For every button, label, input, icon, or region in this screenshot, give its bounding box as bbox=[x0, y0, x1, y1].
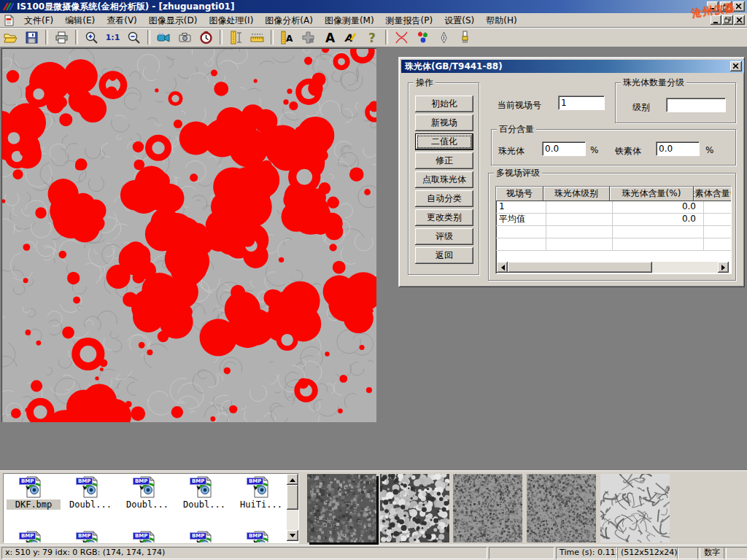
workspace: 珠光体(GB/T9441-88) 操作 初始化 新视场 二值化 修正 点取珠光体… bbox=[0, 47, 747, 470]
menu-help[interactable]: 帮助(H) bbox=[480, 13, 522, 28]
save-button[interactable] bbox=[22, 28, 42, 46]
help-button[interactable]: ? bbox=[362, 28, 382, 46]
change-class-button[interactable]: 更改类别 bbox=[415, 209, 473, 226]
scroll-thumb[interactable] bbox=[287, 485, 298, 510]
bmp-file-icon: BMP bbox=[136, 531, 159, 543]
dialog-title-bar[interactable]: 珠光体(GB/T9441-88) bbox=[401, 60, 744, 73]
mdi-close-button[interactable] bbox=[734, 15, 745, 25]
camera-capture-button[interactable] bbox=[175, 28, 195, 46]
rate-button[interactable]: 评级 bbox=[415, 228, 473, 245]
file-item[interactable]: BMP bbox=[7, 531, 61, 543]
pearlite-percent-input[interactable] bbox=[542, 141, 586, 156]
thumbnail-1[interactable] bbox=[307, 474, 376, 542]
thumbnail-5[interactable] bbox=[600, 474, 670, 542]
grade-input[interactable] bbox=[666, 98, 726, 112]
table-hscrollbar[interactable] bbox=[497, 262, 729, 273]
table-row[interactable] bbox=[496, 226, 731, 238]
curve-tool-button[interactable] bbox=[392, 28, 411, 46]
menu-file[interactable]: 文件(F) bbox=[18, 13, 59, 28]
dialog-close-button[interactable] bbox=[730, 61, 742, 71]
table-row[interactable] bbox=[496, 238, 731, 251]
pick-pearlite-button[interactable]: 点取珠光体 bbox=[415, 171, 473, 188]
file-item[interactable]: BMP bbox=[234, 531, 288, 543]
zoom-out-button[interactable] bbox=[124, 28, 144, 46]
close-button[interactable] bbox=[733, 1, 745, 12]
file-name: Doubl... bbox=[177, 499, 231, 510]
file-list-scrollbar[interactable] bbox=[287, 474, 298, 541]
correct-button[interactable]: 修正 bbox=[415, 152, 473, 169]
binarize-button[interactable]: 二值化 bbox=[415, 133, 473, 150]
file-item[interactable]: BMPDoubl... bbox=[63, 476, 117, 510]
restore-icon bbox=[723, 4, 729, 10]
restore-button[interactable] bbox=[720, 1, 732, 12]
thumbnail-3[interactable] bbox=[453, 474, 522, 542]
timer-button[interactable] bbox=[196, 28, 216, 46]
status-position: x: 510 y: 79 idx: 0 RGB: (174, 174, 174) bbox=[1, 547, 487, 559]
ruler-button[interactable] bbox=[247, 28, 267, 46]
file-item[interactable]: BMP bbox=[63, 531, 117, 543]
menu-settings[interactable]: 设置(S) bbox=[438, 13, 480, 28]
scroll-down-button[interactable] bbox=[287, 530, 298, 541]
init-button[interactable]: 初始化 bbox=[415, 96, 473, 112]
scroll-thumb[interactable] bbox=[508, 262, 652, 273]
menu-view[interactable]: 查看(V) bbox=[101, 13, 143, 28]
col-pearlite-grade: 珠光体级别 bbox=[543, 187, 610, 201]
thumbnail-2[interactable] bbox=[380, 474, 449, 542]
video-capture-button[interactable] bbox=[154, 28, 174, 46]
window-title: IS100显微摄像系统(金相分析版) - [zhuguangti01] bbox=[17, 1, 234, 13]
classify-tool-button[interactable] bbox=[413, 28, 433, 46]
current-field-input[interactable] bbox=[558, 96, 605, 110]
cell bbox=[546, 238, 613, 250]
auto-classify-button[interactable]: 自动分类 bbox=[415, 190, 473, 207]
text-annotation-button[interactable]: A bbox=[320, 28, 339, 46]
minimize-button[interactable] bbox=[707, 1, 719, 12]
scroll-left-button[interactable] bbox=[497, 262, 508, 273]
svg-text:?: ? bbox=[368, 31, 376, 44]
file-name: Doubl... bbox=[63, 499, 117, 510]
ruler-icon bbox=[250, 31, 264, 44]
menu-measure-report[interactable]: 测量报告(P) bbox=[380, 13, 439, 28]
menu-image-analysis[interactable]: 图像分析(A) bbox=[259, 13, 319, 28]
mdi-restore-button[interactable] bbox=[722, 15, 733, 25]
actual-size-button[interactable]: 1:1 bbox=[103, 28, 123, 46]
return-button[interactable]: 返回 bbox=[415, 247, 473, 264]
main-image[interactable] bbox=[1, 48, 376, 422]
scroll-up-button[interactable] bbox=[287, 474, 298, 485]
arrow-right-icon bbox=[721, 265, 728, 271]
file-item[interactable]: BMPHuiTi... bbox=[234, 476, 288, 510]
zoom-in-button[interactable] bbox=[82, 28, 101, 46]
print-button[interactable] bbox=[52, 28, 71, 46]
thumbnail-4[interactable] bbox=[527, 474, 596, 542]
edit-annotation-button[interactable]: A bbox=[341, 28, 360, 46]
cell bbox=[704, 226, 732, 238]
pen-tool-button[interactable] bbox=[434, 28, 454, 46]
measure-text-button[interactable]: A bbox=[277, 28, 297, 46]
new-field-button[interactable]: 新视场 bbox=[415, 114, 473, 131]
menu-image-measure[interactable]: 图像测量(M) bbox=[319, 13, 380, 28]
bmp-badge: BMP bbox=[247, 532, 263, 540]
move-cross-button[interactable] bbox=[298, 28, 318, 46]
mdi-minimize-button[interactable] bbox=[711, 15, 721, 25]
bmp-file-icon: BMP bbox=[193, 476, 216, 498]
file-item[interactable]: BMP bbox=[120, 531, 174, 543]
file-item[interactable]: BMPDKF.bmp bbox=[7, 476, 61, 510]
menu-image-display[interactable]: 图像显示(D) bbox=[143, 13, 204, 28]
menu-image-processing[interactable]: 图像处理(I) bbox=[203, 13, 259, 28]
table-row[interactable]: 1 0.0 bbox=[496, 201, 731, 214]
pen-tool-icon bbox=[437, 31, 451, 44]
brush-tool-button[interactable] bbox=[455, 28, 475, 46]
file-item[interactable]: BMPDoubl... bbox=[120, 476, 174, 510]
caliper-button[interactable] bbox=[226, 28, 246, 46]
scroll-right-button[interactable] bbox=[718, 262, 729, 273]
open-file-button[interactable] bbox=[1, 28, 20, 46]
ferrite-percent-input[interactable] bbox=[656, 141, 700, 156]
toolbar-separator bbox=[147, 30, 150, 44]
actual-size-icon: 1:1 bbox=[106, 33, 120, 42]
file-item[interactable]: BMP bbox=[177, 531, 231, 543]
table-row[interactable]: 平均值 0.0 bbox=[496, 214, 731, 226]
menu-edit[interactable]: 编辑(E) bbox=[59, 13, 101, 28]
grade-group-label: 珠光体数量分级 bbox=[621, 77, 686, 88]
bmp-file-icon: BMP bbox=[249, 531, 273, 543]
file-item[interactable]: BMPDoubl... bbox=[177, 476, 231, 510]
cell bbox=[496, 226, 546, 238]
